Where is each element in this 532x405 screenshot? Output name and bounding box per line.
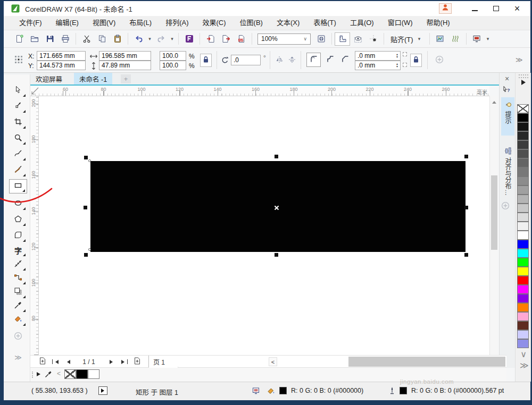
palette-swatch-pink[interactable] (517, 312, 529, 321)
palette-swatch-green[interactable] (517, 258, 529, 267)
palette-swatch-purple[interactable] (517, 294, 529, 303)
add-page-button[interactable] (38, 357, 47, 367)
menu-item-arrange[interactable]: 排列(A) (159, 16, 195, 30)
shape-tool[interactable] (9, 99, 27, 114)
docker-customize-button[interactable] (501, 201, 514, 214)
cut-button[interactable] (79, 32, 94, 46)
last-page-button[interactable] (120, 357, 129, 367)
zoom-tool[interactable] (9, 131, 27, 146)
palette-flyout-icon[interactable] (521, 80, 528, 85)
scalloped-corner-button[interactable] (324, 55, 336, 65)
import-button[interactable] (203, 32, 218, 46)
rectangle-tool[interactable] (9, 179, 27, 193)
pointer-help-icon[interactable]: ? (502, 86, 512, 95)
freehand-tool[interactable] (9, 147, 27, 162)
corner-link-bottom-toggle[interactable] (403, 63, 407, 67)
menu-item-layout[interactable]: 布局(L) (122, 16, 159, 30)
new-tab-button[interactable]: + (121, 74, 131, 83)
snap-toggle-button[interactable] (365, 32, 381, 46)
palette-swatch-gray-10[interactable] (517, 204, 529, 213)
palette-drag-handle[interactable] (519, 74, 528, 78)
menu-item-effects[interactable]: 效果(C) (196, 16, 233, 30)
crop-tool[interactable] (9, 115, 27, 130)
show-rulers-button[interactable] (335, 32, 350, 46)
toolbox-overflow-button[interactable]: ≫ (9, 351, 27, 364)
first-page-button[interactable] (51, 357, 60, 367)
palette-swatch-magenta[interactable] (517, 285, 529, 294)
corner-radius-top-field[interactable]: .0 mm▴▾ (355, 51, 401, 61)
dimension-tool[interactable] (9, 257, 27, 272)
palette-swatch-no-color[interactable] (517, 104, 529, 113)
palette-swatch-gray-6[interactable] (517, 167, 529, 176)
menu-item-file[interactable]: 文件(F) (12, 16, 49, 30)
options-button[interactable] (448, 32, 463, 46)
monitor-icon[interactable] (252, 386, 261, 395)
palette-swatch-gray-9[interactable] (517, 195, 529, 204)
undo-dropdown[interactable]: ▾ (146, 36, 153, 41)
open-button[interactable] (27, 32, 42, 46)
menu-item-table[interactable]: 表格(T) (306, 16, 343, 30)
palette-swatch-gray-12[interactable] (517, 222, 529, 231)
undo-button[interactable] (131, 32, 146, 46)
account-sign-in-button[interactable] (439, 3, 452, 14)
page-tab[interactable]: 页 1 (148, 356, 178, 368)
ruler-origin-icon[interactable] (31, 87, 38, 94)
scroll-up-icon[interactable] (492, 99, 496, 104)
tab-welcome-screen[interactable]: 欢迎屏幕 (30, 73, 68, 85)
palette-overflow-button[interactable]: ≫ (520, 360, 527, 370)
copy-button[interactable] (94, 32, 110, 46)
corner-radius-bottom-field[interactable]: .0 mm▴▾ (355, 61, 401, 70)
horizontal-scrollbar-thumb[interactable] (348, 357, 505, 367)
palette-swatch-yellow[interactable] (517, 267, 529, 276)
new-document-button[interactable] (11, 32, 27, 46)
fullscreen-preview-button[interactable] (313, 32, 329, 46)
smart-fill-tool[interactable] (9, 313, 27, 327)
scale-horizontal-field[interactable]: 100.0 (160, 51, 186, 61)
selection-handle-middle-left[interactable] (84, 206, 87, 209)
publish-pdf-button[interactable] (234, 32, 249, 46)
fill-color-swatch[interactable] (279, 387, 287, 394)
property-bar-overflow-button[interactable]: ≫ (516, 56, 523, 64)
show-grid-button[interactable] (350, 32, 365, 46)
snap-to-menu[interactable]: 贴齐(T) ▾ (387, 34, 427, 44)
basic-shapes-tool[interactable] (9, 229, 27, 243)
selection-handle-bottom-middle[interactable] (275, 253, 278, 257)
pick-tool[interactable] (9, 83, 27, 98)
menu-item-view[interactable]: 视图(V) (86, 16, 122, 30)
document-palette-swatch-no-color[interactable] (64, 369, 76, 379)
ellipse-tool[interactable] (9, 197, 27, 211)
docker-close-button[interactable]: × (502, 73, 512, 84)
search-content-button[interactable] (181, 32, 197, 46)
eyedropper-small-icon[interactable] (44, 370, 54, 379)
palette-swatch-gray-5[interactable] (517, 158, 529, 167)
vertical-scrollbar[interactable] (489, 96, 498, 355)
corner-node[interactable] (88, 159, 91, 162)
object-width-field[interactable]: 196.585 mm (99, 51, 151, 61)
toolbox-customize-button[interactable] (9, 331, 27, 343)
print-button[interactable] (57, 32, 73, 46)
docker-tab-hints[interactable]: 提示 (501, 97, 514, 136)
close-button[interactable]: × (509, 3, 525, 14)
edit-corners-together-button[interactable] (410, 54, 422, 67)
add-property-button[interactable] (433, 54, 446, 67)
vertical-ruler[interactable]: 20018016014012010080 (30, 96, 39, 355)
tab-untitled-1[interactable]: 未命名 -1 (74, 73, 112, 85)
selection-handle-top-right[interactable] (464, 155, 468, 158)
add-page-button-2[interactable] (132, 357, 142, 367)
maximize-button[interactable] (488, 3, 504, 14)
connector-tool[interactable] (9, 271, 27, 285)
polygon-tool[interactable] (9, 213, 27, 227)
scroll-left-button[interactable]: < (269, 357, 277, 366)
palette-swatch-gray-4[interactable] (517, 149, 529, 158)
fill-bucket-icon[interactable] (267, 386, 276, 395)
selection-handle-top-left[interactable] (84, 156, 88, 159)
redo-dropdown[interactable]: ▾ (169, 36, 176, 41)
document-palette-drag-handle[interactable] (32, 372, 35, 378)
x-position-field[interactable]: 171.665 mm (37, 51, 86, 61)
next-page-button[interactable] (108, 357, 117, 367)
menu-item-bitmaps[interactable]: 位图(B) (233, 16, 270, 30)
palette-scroll-down-button[interactable]: ∨ (520, 349, 527, 359)
zoom-level-select[interactable]: 100% ∨ (257, 33, 311, 45)
scale-vertical-field[interactable]: 100.0 (160, 61, 186, 70)
corner-link-top-toggle[interactable] (403, 52, 407, 56)
